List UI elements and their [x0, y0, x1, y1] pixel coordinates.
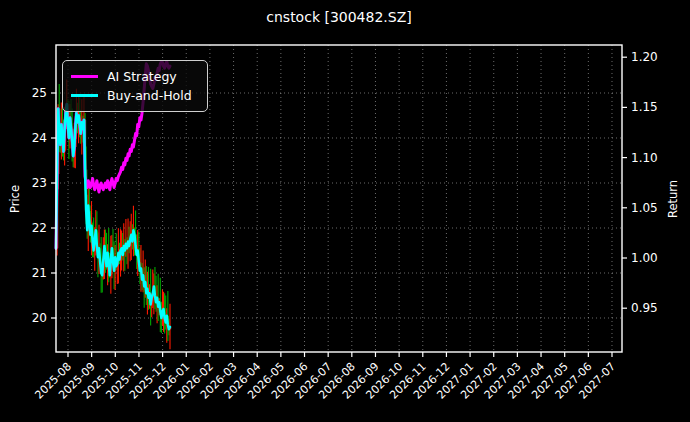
- chart-window: cnstock [300482.SZ] 2025-082025-092025-1…: [0, 0, 690, 422]
- price-tick-label: 21: [32, 266, 47, 280]
- ai-strategy-line-swatch: [71, 75, 98, 79]
- legend-item-buy-and-hold: Buy-and-Hold: [71, 86, 199, 105]
- return-axis-label: Return: [666, 180, 680, 218]
- legend: AI Strategy Buy-and-Hold: [62, 60, 208, 112]
- return-tick-label: 0.95: [631, 301, 658, 315]
- price-tick-label: 24: [32, 131, 47, 145]
- return-tick-label: 1.10: [631, 151, 658, 165]
- price-tick-label: 20: [32, 311, 47, 325]
- price-tick-label: 22: [32, 221, 47, 235]
- return-tick-label: 1.20: [631, 50, 658, 64]
- legend-label: Buy-and-Hold: [107, 88, 192, 103]
- price-tick-label: 23: [32, 176, 47, 190]
- legend-label: AI Strategy: [107, 69, 177, 84]
- return-tick-label: 1.05: [631, 201, 658, 215]
- legend-item-ai-strategy: AI Strategy: [71, 67, 199, 86]
- return-tick-label: 1.15: [631, 100, 658, 114]
- return-tick-label: 1.00: [631, 251, 658, 265]
- price-tick-label: 25: [32, 86, 47, 100]
- price-axis-label: Price: [8, 185, 22, 213]
- buy-and-hold-line-swatch: [71, 94, 98, 98]
